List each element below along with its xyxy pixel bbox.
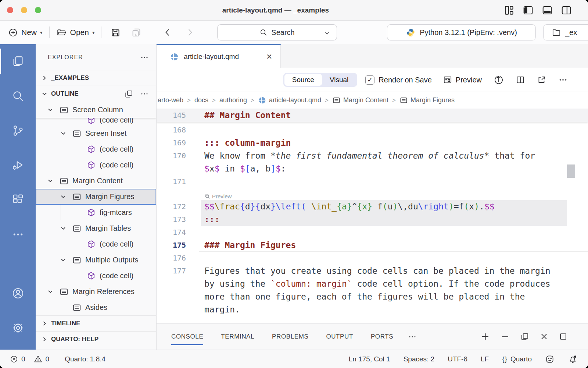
code-editor[interactable]: 145## Margin Content168169::: column-mar… [157, 109, 588, 323]
maximize-window-button[interactable] [35, 7, 41, 13]
close-window-button[interactable] [7, 7, 13, 13]
sidebar-item-search[interactable] [0, 79, 36, 113]
chevron-down-icon[interactable] [60, 193, 72, 201]
outline-more-icon[interactable] [140, 89, 149, 98]
outline-item-screen-column[interactable]: Screen Column [36, 102, 156, 118]
code-line[interactable]: more than one figure, each of the figure… [157, 290, 588, 303]
chevron-down-icon[interactable] [47, 177, 59, 185]
toggle-left-panel-icon[interactable] [523, 5, 534, 16]
chevron-down-icon[interactable] [47, 106, 59, 114]
tab-close-icon[interactable]: ✕ [266, 52, 272, 61]
code-line[interactable]: 168 [157, 124, 588, 137]
code-line[interactable]: $x$ in $[a, b]$: [157, 162, 588, 175]
breadcrumb-item-margin-content[interactable]: Margin Content [332, 96, 388, 105]
cursor-position-status[interactable]: Ln 175, Col 1 [349, 355, 390, 363]
code-line[interactable]: 173::: [157, 213, 588, 226]
outline-item-code-cell[interactable]: (code cell) [36, 141, 156, 157]
mode-visual-button[interactable]: Visual [322, 74, 356, 86]
mode-source-button[interactable]: Source [284, 74, 322, 86]
quarto-version-status[interactable]: Quarto: 1.8.4 [65, 355, 105, 363]
breadcrumb-item-arto-web[interactable]: arto-web [158, 96, 183, 104]
sidebar-item-run-debug[interactable] [0, 148, 36, 183]
section-timeline[interactable]: TIMELINE [36, 315, 156, 331]
panel-more-icon[interactable] [408, 332, 417, 341]
code-line[interactable]: 172$$\frac{d}{dx}\left( \int_{a}^{x} f(u… [157, 200, 588, 213]
outline-item-asides[interactable]: Asides [36, 300, 156, 315]
chevron-down-icon[interactable] [60, 130, 72, 137]
outline-item-multiple-outputs[interactable]: Multiple Outputs [36, 252, 156, 268]
panel-tab-ports[interactable]: PORTS [371, 333, 393, 340]
breadcrumb-item-docs[interactable]: docs [194, 96, 208, 104]
sidebar-item-account[interactable] [0, 276, 36, 311]
indentation-status[interactable]: Spaces: 2 [404, 355, 435, 363]
panel-minimize-icon[interactable] [500, 332, 510, 342]
open-external-icon[interactable] [537, 75, 546, 85]
outline-item-margin-figures[interactable]: Margin Figures [36, 189, 156, 205]
sidebar-item-source-control[interactable] [0, 113, 36, 148]
notifications-bell-icon[interactable] [568, 354, 578, 364]
outline-item-screen-inset[interactable]: Screen Inset [36, 125, 156, 141]
code-line[interactable]: 177Figures that you create using code ce… [157, 265, 588, 277]
forward-icon[interactable] [185, 28, 195, 37]
code-line[interactable]: by using the `column: margin` code cell … [157, 277, 588, 290]
outline-item-code-cell[interactable]: (code cell) [36, 268, 156, 284]
sidebar-item-explorer[interactable] [0, 44, 36, 79]
toggle-bottom-panel-icon[interactable] [542, 5, 553, 16]
sidebar-item-settings[interactable] [0, 311, 36, 345]
panel-tab-console[interactable]: CONSOLE [171, 333, 203, 340]
render-on-save-checkbox[interactable]: ✓ [365, 75, 374, 85]
panel-tab-problems[interactable]: PROBLEMS [272, 333, 308, 340]
outline-item-margin-references[interactable]: Margin References [36, 284, 156, 300]
section-examples[interactable]: _EXAMPLES [36, 71, 156, 85]
feedback-smiley-icon[interactable] [545, 354, 555, 364]
preview-code-lens[interactable]: Preview [204, 193, 232, 200]
customize-layout-icon[interactable] [503, 5, 514, 16]
explorer-more-icon[interactable] [140, 53, 149, 62]
breadcrumb-item-authoring[interactable]: authoring [219, 96, 247, 104]
tab-article-layout[interactable]: article-layout.qmd ✕ [157, 44, 281, 68]
preview-button[interactable]: Preview [443, 75, 482, 85]
outline-item-margin-content[interactable]: Margin Content [36, 173, 156, 189]
breadcrumb-item-article-layout-qmd[interactable]: article-layout.qmd [258, 96, 321, 105]
code-line[interactable]: 171 [157, 175, 588, 188]
chevron-down-icon[interactable] [60, 256, 72, 264]
collapse-all-icon[interactable] [124, 89, 133, 99]
code-line[interactable]: 174 [157, 226, 588, 239]
breadcrumb-item-margin-figures[interactable]: Margin Figures [399, 96, 455, 105]
code-line[interactable]: 175### Margin Figures [157, 239, 588, 252]
language-mode-status[interactable]: {} Quarto [502, 355, 532, 363]
search-dropdown-chevron-icon[interactable] [324, 30, 330, 36]
code-line[interactable]: 176 [157, 252, 588, 265]
editor-scrollbar-thumb[interactable] [567, 164, 575, 178]
open-button[interactable]: Open ▾ [56, 27, 95, 38]
outline-item-margin-tables[interactable]: Margin Tables [36, 220, 156, 236]
outline-item-code-cell[interactable]: (code cell) [36, 236, 156, 252]
sidebar-item-more[interactable] [0, 217, 36, 252]
back-icon[interactable] [163, 28, 172, 37]
sidebar-item-extensions[interactable] [0, 183, 36, 217]
sticky-code-line[interactable]: 145## Margin Content [157, 109, 588, 122]
code-line[interactable]: 170We know from *the first fundamental t… [157, 149, 588, 162]
code-line[interactable]: 169::: column-margin [157, 137, 588, 149]
outline-item-fig-mtcars[interactable]: fig-mtcars [36, 205, 156, 220]
split-editor-icon[interactable] [516, 75, 525, 85]
section-quarto-help[interactable]: QUARTO: HELP [36, 331, 156, 347]
panel-tab-terminal[interactable]: TERMINAL [221, 333, 254, 340]
new-button[interactable]: New ▾ [8, 28, 43, 38]
panel-add-icon[interactable] [480, 332, 490, 342]
save-icon[interactable] [110, 27, 121, 38]
minimize-window-button[interactable] [21, 7, 27, 13]
panel-close-icon[interactable] [539, 332, 549, 341]
chevron-down-icon[interactable] [47, 288, 59, 296]
interpreter-button[interactable]: Python 3.12.1 (PipEnv: .venv) [387, 24, 536, 40]
panel-maximize-icon[interactable] [559, 332, 568, 341]
toggle-right-panel-icon[interactable] [561, 5, 572, 16]
outline-item-code-cell[interactable]: (code cell) [36, 118, 156, 125]
section-outline[interactable]: OUTLINE [36, 86, 156, 102]
problems-status[interactable]: 0 0 [10, 354, 49, 364]
save-all-icon[interactable] [131, 27, 142, 38]
code-line[interactable]: margin. [157, 303, 588, 316]
chevron-down-icon[interactable] [60, 225, 72, 232]
encoding-status[interactable]: UTF-8 [448, 355, 467, 363]
outline-item-code-cell[interactable]: (code cell) [36, 157, 156, 173]
